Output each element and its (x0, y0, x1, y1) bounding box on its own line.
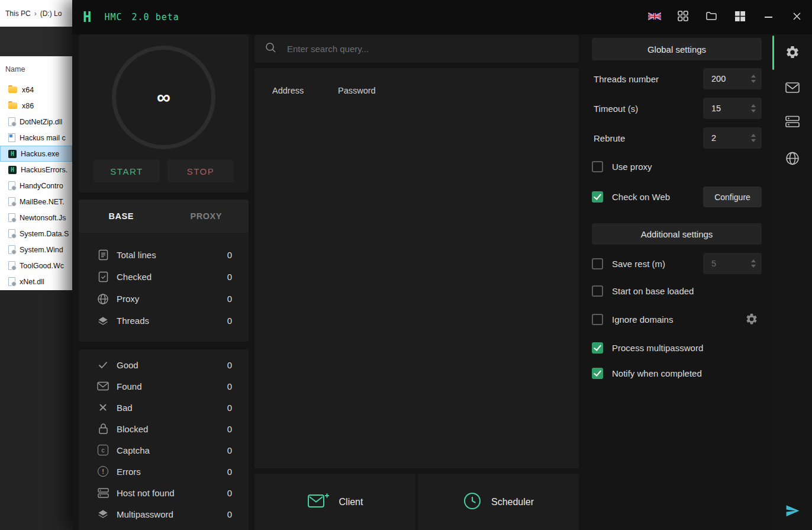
column-header-password[interactable]: Password (338, 86, 376, 95)
result-row-good: Good 0 (79, 354, 249, 375)
exe-file-icon (8, 166, 17, 174)
file-row-hackus-mail[interactable]: Hackus mail c (0, 130, 72, 146)
save-rest-stepper[interactable] (703, 253, 762, 274)
checkbox-unchecked-icon[interactable] (592, 314, 603, 325)
start-on-base-checkbox[interactable]: Start on base loaded (592, 285, 694, 297)
ignore-domains-checkbox[interactable]: Ignore domains (592, 314, 673, 325)
notify-completed-checkbox[interactable]: Notify when completed (592, 368, 702, 379)
check-on-web-checkbox[interactable]: Check on Web (592, 191, 670, 203)
column-header-address[interactable]: Address (272, 86, 338, 95)
checkbox-unchecked-icon[interactable] (592, 285, 603, 297)
nav-web-button[interactable] (785, 151, 800, 168)
check-on-web-row: Check on Web Configure (592, 187, 762, 207)
increment-icon[interactable] (751, 259, 756, 262)
timeout-stepper[interactable] (703, 98, 762, 119)
configure-button[interactable]: Configure (703, 187, 762, 207)
scheduler-button[interactable]: Scheduler (418, 474, 579, 530)
checkbox-unchecked-icon[interactable] (592, 258, 603, 269)
nav-database-button[interactable] (785, 115, 800, 130)
timeout-input[interactable] (703, 104, 740, 113)
file-row-hackus-exe[interactable]: Hackus.exe (0, 146, 72, 162)
file-row-toolgood[interactable]: ToolGood.Wc (0, 258, 72, 274)
use-proxy-checkbox[interactable]: Use proxy (592, 161, 652, 172)
windows-button[interactable] (726, 0, 754, 34)
client-button[interactable]: Client (254, 474, 415, 530)
decrement-icon[interactable] (751, 139, 756, 142)
dll-file-icon (8, 261, 15, 270)
ignore-domains-row: Ignore domains (592, 313, 762, 326)
mail-plus-icon (307, 492, 330, 512)
stat-row-total-lines: Total lines 0 (79, 244, 249, 266)
increment-icon[interactable] (751, 134, 756, 137)
file-row-handycontrol[interactable]: HandyContro (0, 178, 72, 194)
minimize-button[interactable] (754, 0, 782, 34)
telegram-button[interactable] (784, 503, 800, 521)
process-multipassword-row: Process multipassword (592, 342, 762, 354)
increment-icon[interactable] (751, 104, 756, 107)
checkbox-checked-icon[interactable] (592, 342, 603, 354)
tab-base[interactable]: BASE (79, 200, 164, 233)
close-button[interactable] (782, 0, 811, 34)
save-rest-checkbox[interactable]: Save rest (m) (592, 258, 665, 269)
apps-grid-button[interactable] (669, 0, 697, 34)
search-input[interactable] (287, 44, 568, 54)
file-row-system-data[interactable]: System.Data.S (0, 226, 72, 242)
scheduler-button-label: Scheduler (491, 497, 534, 507)
start-on-base-label: Start on base loaded (610, 286, 694, 296)
language-flag-button[interactable] (640, 0, 669, 34)
threads-number-input[interactable] (703, 74, 740, 83)
file-row-xnet[interactable]: xNet.dll (0, 274, 72, 290)
file-row-system-windows[interactable]: System.Wind (0, 242, 72, 258)
search-bar (254, 35, 579, 63)
results-table: Address Password (254, 68, 579, 468)
open-folder-button[interactable] (697, 0, 726, 34)
additional-settings-header[interactable]: Additional settings (592, 223, 762, 245)
ignore-domains-settings-button[interactable] (745, 313, 758, 326)
save-rest-row: Save rest (m) (592, 253, 762, 274)
breadcrumb-drive[interactable]: (D:) Lo (40, 9, 62, 18)
result-row-bad: Bad 0 (79, 397, 249, 418)
breadcrumb[interactable]: This PC › (D:) Lo (0, 0, 72, 27)
threads-number-stepper[interactable] (703, 68, 762, 89)
runner-buttons: START STOP (79, 160, 249, 182)
file-row-hackuserrors[interactable]: HackusErrors. (0, 162, 72, 178)
start-button[interactable]: START (94, 160, 160, 182)
decrement-icon[interactable] (751, 80, 756, 83)
increment-icon[interactable] (751, 75, 756, 78)
breadcrumb-this-pc[interactable]: This PC (5, 9, 31, 18)
rebrute-stepper[interactable] (703, 127, 762, 149)
nav-settings-button[interactable] (785, 45, 800, 62)
file-row-dotnetzip[interactable]: DotNetZip.dll (0, 114, 72, 130)
document-file-icon (8, 133, 15, 142)
decrement-icon[interactable] (751, 110, 756, 113)
file-row-x86[interactable]: x86 (0, 98, 72, 114)
database-icon (785, 115, 800, 130)
app-name: HMC (104, 12, 122, 23)
exe-file-icon (8, 150, 17, 158)
folder-icon (705, 11, 717, 24)
checkbox-unchecked-icon[interactable] (592, 161, 603, 172)
close-icon (793, 12, 801, 23)
save-rest-input[interactable] (703, 259, 740, 268)
file-row-newtonsoft[interactable]: Newtonsoft.Js (0, 210, 72, 226)
table-header: Address Password (254, 68, 579, 95)
global-settings-header[interactable]: Global settings (592, 38, 762, 60)
server-icon (96, 486, 109, 499)
base-stats-card: BASE PROXY Total lines 0 Checked 0 Proxy… (79, 200, 249, 342)
file-row-x64[interactable]: x64 (0, 82, 72, 98)
file-row-mailbee[interactable]: MailBee.NET. (0, 194, 72, 210)
decrement-icon[interactable] (751, 265, 756, 268)
rebrute-input[interactable] (703, 133, 740, 143)
nav-mail-button[interactable] (785, 82, 800, 96)
file-lines-icon (96, 249, 109, 262)
checkbox-checked-icon[interactable] (592, 191, 603, 203)
cross-icon (96, 401, 109, 414)
tab-proxy[interactable]: PROXY (164, 200, 249, 233)
process-multipassword-checkbox[interactable]: Process multipassword (592, 342, 703, 354)
stop-button[interactable]: STOP (167, 160, 234, 182)
name-column-header[interactable]: Name (0, 56, 72, 82)
app-title: HMC 2.0 beta (104, 12, 179, 23)
error-icon: ! (96, 465, 109, 478)
checkbox-checked-icon[interactable] (592, 368, 603, 379)
apps-grid-icon (677, 10, 689, 24)
